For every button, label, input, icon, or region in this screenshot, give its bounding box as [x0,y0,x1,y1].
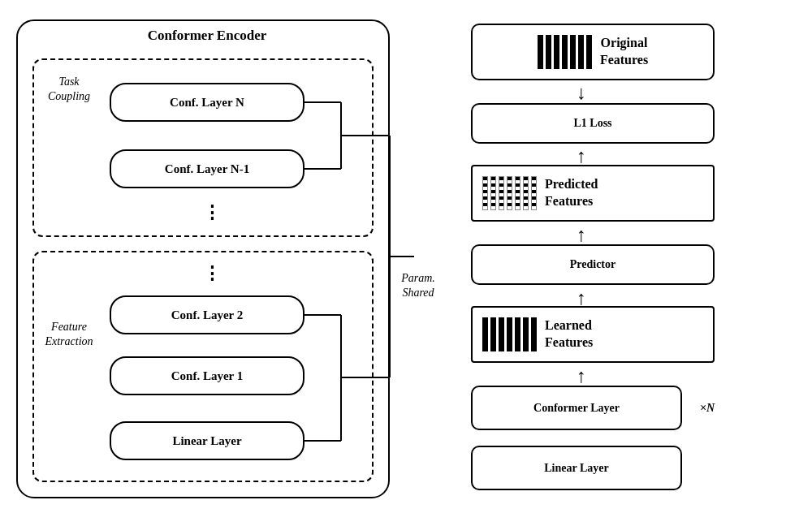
learned-features-box: Learned Features [471,306,715,363]
conformer-layer-right-box: Conformer Layer [471,386,682,430]
conformer-layer-right-wrapper: Conformer Layer ×N [471,386,715,430]
learned-features-label: Learned Features [545,317,593,351]
linear-layer-left-box: Linear Layer [110,421,304,460]
feature-extraction-label: Feature Extraction [41,320,97,349]
xn-badge: ×N [700,402,715,415]
dots-top: ⋮ [203,202,221,223]
original-features-label: Original Features [600,35,648,69]
arrow-5: ↑ [577,365,586,387]
conf-layer-1-box: Conf. Layer 1 [110,356,304,395]
predicted-features-stripe [482,176,537,210]
arrow-2: ↑ [577,145,586,167]
conformer-encoder-title: Conformer Encoder [148,28,267,44]
original-features-box: Original Features [471,24,715,80]
arrow-1: ↓ [577,82,586,104]
predicted-features-box: Predicted Features [471,165,715,222]
predictor-box: Predictor [471,244,715,285]
original-features-stripe [538,35,592,69]
right-panel: Original Features ↓ L1 Loss ↑ Predicted … [447,24,755,511]
linear-layer-right-box: Linear Layer [471,446,682,490]
dots-bottom: ⋮ [203,263,221,284]
main-diagram: Conformer Encoder Task Coupling Conf. La… [16,11,796,515]
predicted-features-label: Predicted Features [545,176,598,210]
conf-layer-n-box: Conf. Layer N [110,83,304,122]
learned-features-stripe [482,317,537,351]
conf-layer-n1-box: Conf. Layer N-1 [110,149,304,188]
left-panel: Conformer Encoder Task Coupling Conf. La… [16,19,398,507]
arrow-3: ↑ [577,224,586,246]
param-shared-label: Param. Shared [390,271,447,300]
l1-loss-box: L1 Loss [471,103,715,144]
task-coupling-label: Task Coupling [41,75,97,104]
conf-layer-2-box: Conf. Layer 2 [110,295,304,334]
